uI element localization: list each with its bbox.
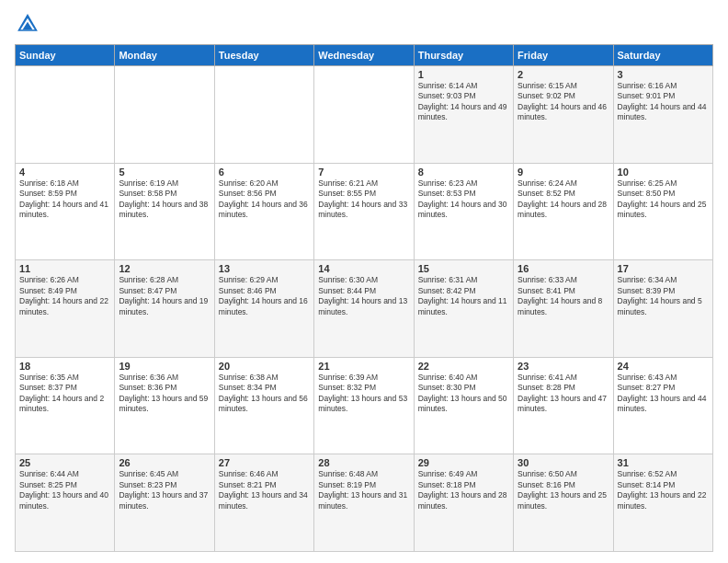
cell-content: 23Sunrise: 6:41 AM Sunset: 8:28 PM Dayli… <box>518 361 609 415</box>
cell-content: 17Sunrise: 6:34 AM Sunset: 8:39 PM Dayli… <box>618 263 709 317</box>
cell-content: 2Sunrise: 6:15 AM Sunset: 9:02 PM Daylig… <box>518 69 609 123</box>
day-header-sunday: Sunday <box>16 45 115 66</box>
calendar-cell: 20Sunrise: 6:38 AM Sunset: 8:34 PM Dayli… <box>214 357 313 454</box>
week-row-5: 25Sunrise: 6:44 AM Sunset: 8:25 PM Dayli… <box>16 454 713 552</box>
cell-info: Sunrise: 6:14 AM Sunset: 9:03 PM Dayligh… <box>418 81 509 123</box>
cell-info: Sunrise: 6:25 AM Sunset: 8:50 PM Dayligh… <box>618 178 709 221</box>
calendar-cell: 10Sunrise: 6:25 AM Sunset: 8:50 PM Dayli… <box>613 163 712 260</box>
cell-info: Sunrise: 6:28 AM Sunset: 8:47 PM Dayligh… <box>119 275 210 317</box>
calendar-cell: 17Sunrise: 6:34 AM Sunset: 8:39 PM Dayli… <box>613 260 712 358</box>
day-number: 28 <box>318 457 409 468</box>
calendar-cell: 26Sunrise: 6:45 AM Sunset: 8:23 PM Dayli… <box>115 454 214 552</box>
calendar-header: SundayMondayTuesdayWednesdayThursdayFrid… <box>16 45 713 66</box>
week-row-3: 11Sunrise: 6:26 AM Sunset: 8:49 PM Dayli… <box>16 260 713 358</box>
cell-content: 8Sunrise: 6:23 AM Sunset: 8:53 PM Daylig… <box>418 167 509 221</box>
day-number: 21 <box>318 361 409 372</box>
cell-content: 13Sunrise: 6:29 AM Sunset: 8:46 PM Dayli… <box>219 263 310 317</box>
cell-info: Sunrise: 6:52 AM Sunset: 8:14 PM Dayligh… <box>618 469 709 511</box>
day-number: 24 <box>618 361 709 372</box>
day-number: 14 <box>318 263 409 274</box>
day-number: 15 <box>418 263 509 274</box>
cell-info: Sunrise: 6:26 AM Sunset: 8:49 PM Dayligh… <box>19 275 110 317</box>
calendar-page: SundayMondayTuesdayWednesdayThursdayFrid… <box>0 0 728 563</box>
calendar-cell: 12Sunrise: 6:28 AM Sunset: 8:47 PM Dayli… <box>115 260 214 358</box>
cell-content: 20Sunrise: 6:38 AM Sunset: 8:34 PM Dayli… <box>219 361 310 415</box>
cell-info: Sunrise: 6:29 AM Sunset: 8:46 PM Dayligh… <box>219 275 310 317</box>
cell-content: 3Sunrise: 6:16 AM Sunset: 9:01 PM Daylig… <box>618 69 709 123</box>
cell-content: 11Sunrise: 6:26 AM Sunset: 8:49 PM Dayli… <box>19 263 110 317</box>
calendar-cell: 22Sunrise: 6:40 AM Sunset: 8:30 PM Dayli… <box>414 357 513 454</box>
week-row-2: 4Sunrise: 6:18 AM Sunset: 8:59 PM Daylig… <box>16 163 713 260</box>
cell-info: Sunrise: 6:44 AM Sunset: 8:25 PM Dayligh… <box>19 469 110 511</box>
day-number: 18 <box>19 361 110 372</box>
cell-content: 19Sunrise: 6:36 AM Sunset: 8:36 PM Dayli… <box>119 361 210 415</box>
calendar-cell: 1Sunrise: 6:14 AM Sunset: 9:03 PM Daylig… <box>414 66 513 164</box>
cell-content: 21Sunrise: 6:39 AM Sunset: 8:32 PM Dayli… <box>318 361 409 415</box>
cell-info: Sunrise: 6:33 AM Sunset: 8:41 PM Dayligh… <box>518 275 609 317</box>
calendar-cell: 16Sunrise: 6:33 AM Sunset: 8:41 PM Dayli… <box>514 260 613 358</box>
cell-info: Sunrise: 6:21 AM Sunset: 8:55 PM Dayligh… <box>318 178 409 221</box>
cell-info: Sunrise: 6:16 AM Sunset: 9:01 PM Dayligh… <box>618 81 709 123</box>
cell-content: 15Sunrise: 6:31 AM Sunset: 8:42 PM Dayli… <box>418 263 509 317</box>
calendar-cell: 3Sunrise: 6:16 AM Sunset: 9:01 PM Daylig… <box>613 66 712 164</box>
day-number: 29 <box>418 457 509 468</box>
day-number: 30 <box>518 457 609 468</box>
calendar-cell: 18Sunrise: 6:35 AM Sunset: 8:37 PM Dayli… <box>16 357 115 454</box>
cell-content: 30Sunrise: 6:50 AM Sunset: 8:16 PM Dayli… <box>518 457 609 511</box>
cell-content: 22Sunrise: 6:40 AM Sunset: 8:30 PM Dayli… <box>418 361 509 415</box>
day-number: 3 <box>618 69 709 80</box>
cell-content: 28Sunrise: 6:48 AM Sunset: 8:19 PM Dayli… <box>318 457 409 511</box>
calendar-cell <box>16 66 115 164</box>
cell-info: Sunrise: 6:15 AM Sunset: 9:02 PM Dayligh… <box>518 81 609 123</box>
day-number: 8 <box>418 167 509 178</box>
day-number: 25 <box>19 457 110 468</box>
day-number: 2 <box>518 69 609 80</box>
calendar-cell: 28Sunrise: 6:48 AM Sunset: 8:19 PM Dayli… <box>314 454 414 552</box>
cell-info: Sunrise: 6:40 AM Sunset: 8:30 PM Dayligh… <box>418 373 509 415</box>
cell-info: Sunrise: 6:20 AM Sunset: 8:56 PM Dayligh… <box>219 178 310 221</box>
cell-info: Sunrise: 6:49 AM Sunset: 8:18 PM Dayligh… <box>418 469 509 511</box>
calendar-cell <box>214 66 313 164</box>
calendar-cell: 2Sunrise: 6:15 AM Sunset: 9:02 PM Daylig… <box>514 66 613 164</box>
cell-info: Sunrise: 6:31 AM Sunset: 8:42 PM Dayligh… <box>418 275 509 317</box>
calendar-cell: 29Sunrise: 6:49 AM Sunset: 8:18 PM Dayli… <box>414 454 513 552</box>
day-number: 12 <box>119 263 210 274</box>
header <box>15 11 713 37</box>
day-number: 27 <box>219 457 310 468</box>
cell-info: Sunrise: 6:45 AM Sunset: 8:23 PM Dayligh… <box>119 469 210 511</box>
cell-content: 1Sunrise: 6:14 AM Sunset: 9:03 PM Daylig… <box>418 69 509 123</box>
calendar-cell: 23Sunrise: 6:41 AM Sunset: 8:28 PM Dayli… <box>514 357 613 454</box>
day-number: 22 <box>418 361 509 372</box>
calendar-cell: 6Sunrise: 6:20 AM Sunset: 8:56 PM Daylig… <box>214 163 313 260</box>
calendar-cell: 11Sunrise: 6:26 AM Sunset: 8:49 PM Dayli… <box>16 260 115 358</box>
cell-info: Sunrise: 6:39 AM Sunset: 8:32 PM Dayligh… <box>318 373 409 415</box>
cell-content: 31Sunrise: 6:52 AM Sunset: 8:14 PM Dayli… <box>618 457 709 511</box>
calendar-table: SundayMondayTuesdayWednesdayThursdayFrid… <box>15 44 713 552</box>
logo-area <box>15 11 44 37</box>
calendar-cell: 14Sunrise: 6:30 AM Sunset: 8:44 PM Dayli… <box>314 260 414 358</box>
calendar-cell: 31Sunrise: 6:52 AM Sunset: 8:14 PM Dayli… <box>613 454 712 552</box>
day-header-friday: Friday <box>514 45 613 66</box>
day-number: 9 <box>518 167 609 178</box>
cell-info: Sunrise: 6:38 AM Sunset: 8:34 PM Dayligh… <box>219 373 310 415</box>
calendar-cell: 15Sunrise: 6:31 AM Sunset: 8:42 PM Dayli… <box>414 260 513 358</box>
cell-info: Sunrise: 6:23 AM Sunset: 8:53 PM Dayligh… <box>418 178 509 221</box>
cell-content: 9Sunrise: 6:24 AM Sunset: 8:52 PM Daylig… <box>518 167 609 221</box>
cell-content: 18Sunrise: 6:35 AM Sunset: 8:37 PM Dayli… <box>19 361 110 415</box>
day-number: 11 <box>19 263 110 274</box>
calendar-cell: 7Sunrise: 6:21 AM Sunset: 8:55 PM Daylig… <box>314 163 414 260</box>
calendar-cell <box>314 66 414 164</box>
day-number: 19 <box>119 361 210 372</box>
week-row-1: 1Sunrise: 6:14 AM Sunset: 9:03 PM Daylig… <box>16 66 713 164</box>
calendar-cell: 24Sunrise: 6:43 AM Sunset: 8:27 PM Dayli… <box>613 357 712 454</box>
cell-content: 27Sunrise: 6:46 AM Sunset: 8:21 PM Dayli… <box>219 457 310 511</box>
calendar-cell: 13Sunrise: 6:29 AM Sunset: 8:46 PM Dayli… <box>214 260 313 358</box>
cell-info: Sunrise: 6:41 AM Sunset: 8:28 PM Dayligh… <box>518 373 609 415</box>
cell-content: 5Sunrise: 6:19 AM Sunset: 8:58 PM Daylig… <box>119 167 210 221</box>
calendar-cell: 25Sunrise: 6:44 AM Sunset: 8:25 PM Dayli… <box>16 454 115 552</box>
cell-content: 10Sunrise: 6:25 AM Sunset: 8:50 PM Dayli… <box>618 167 709 221</box>
day-number: 17 <box>618 263 709 274</box>
day-header-tuesday: Tuesday <box>214 45 313 66</box>
calendar-cell: 9Sunrise: 6:24 AM Sunset: 8:52 PM Daylig… <box>514 163 613 260</box>
cell-info: Sunrise: 6:18 AM Sunset: 8:59 PM Dayligh… <box>19 178 110 221</box>
